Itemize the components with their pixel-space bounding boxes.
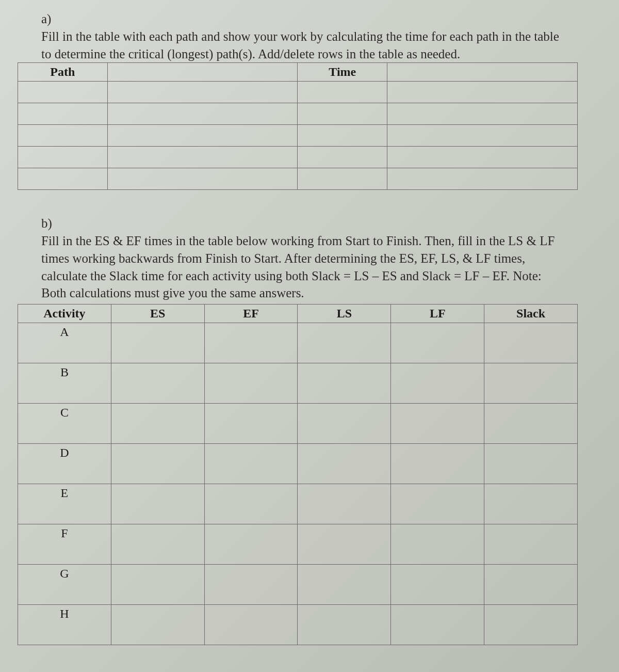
table-cell[interactable] [298, 323, 391, 363]
table-cell[interactable] [298, 363, 391, 404]
part-a-label: a) [41, 10, 55, 28]
table-cell[interactable] [18, 82, 108, 103]
activity-cell: F [18, 524, 111, 543]
table-cell[interactable] [387, 125, 578, 147]
table-cell[interactable] [18, 147, 108, 168]
table-header-row: Path Time [18, 63, 578, 82]
table-cell[interactable] [204, 444, 298, 484]
table-cell[interactable] [18, 422, 111, 444]
table-cell[interactable] [298, 103, 387, 125]
table-cell[interactable] [484, 404, 578, 444]
table-cell[interactable] [298, 404, 391, 444]
table-cell[interactable] [391, 404, 484, 444]
table-cell[interactable] [204, 524, 298, 565]
part-b-label: b) [41, 215, 55, 232]
table-cell[interactable] [204, 565, 298, 605]
table-cell[interactable] [298, 82, 387, 103]
table-cell[interactable] [18, 462, 111, 484]
table-cell[interactable] [298, 125, 387, 147]
activity-cell: D [18, 444, 111, 462]
table-row: G [18, 565, 578, 583]
table-cell[interactable] [18, 503, 111, 524]
activity-cell: A [18, 323, 111, 342]
table-cell[interactable] [484, 323, 578, 363]
table-header-row: Activity ES EF LS LF Slack [18, 305, 578, 323]
table-cell[interactable] [18, 583, 111, 605]
table-cell[interactable] [18, 543, 111, 565]
table-cell[interactable] [298, 147, 387, 168]
table-cell[interactable] [204, 323, 298, 363]
table-cell[interactable] [111, 605, 204, 645]
table-cell[interactable] [391, 605, 484, 645]
activity-body: ABCDEFGH [18, 323, 578, 645]
col-time-header: Time [298, 63, 387, 82]
table-cell[interactable] [298, 444, 391, 484]
table-row [18, 168, 578, 190]
table-cell[interactable] [484, 565, 578, 605]
table-cell[interactable] [391, 565, 484, 605]
table-cell[interactable] [111, 484, 204, 524]
table-cell[interactable] [204, 605, 298, 645]
table-cell[interactable] [484, 605, 578, 645]
path-time-body [18, 82, 578, 190]
activity-cell: E [18, 484, 111, 503]
table-cell[interactable] [204, 404, 298, 444]
table-row [18, 82, 578, 103]
table-cell[interactable] [204, 363, 298, 404]
col-es: ES [111, 305, 204, 323]
table-cell[interactable] [484, 524, 578, 565]
table-row: F [18, 524, 578, 543]
table-cell[interactable] [391, 444, 484, 484]
table-row: B [18, 363, 578, 382]
table-cell[interactable] [298, 484, 391, 524]
table-cell[interactable] [387, 168, 578, 190]
col-time-value-header [387, 63, 578, 82]
table-cell[interactable] [111, 524, 204, 565]
table-cell[interactable] [387, 103, 578, 125]
table-cell[interactable] [111, 363, 204, 404]
table-cell[interactable] [111, 323, 204, 363]
table-cell[interactable] [387, 147, 578, 168]
table-cell[interactable] [107, 168, 298, 190]
table-cell[interactable] [107, 147, 298, 168]
table-row: C [18, 404, 578, 422]
table-cell[interactable] [391, 323, 484, 363]
col-ef: EF [204, 305, 298, 323]
table-row [18, 125, 578, 147]
table-cell[interactable] [18, 103, 108, 125]
table-cell[interactable] [391, 484, 484, 524]
table-cell[interactable] [18, 382, 111, 404]
table-cell[interactable] [298, 524, 391, 565]
part-b-text: Fill in the ES & EF times in the table b… [41, 232, 562, 302]
table-cell[interactable] [111, 404, 204, 444]
table-cell[interactable] [107, 82, 298, 103]
table-cell[interactable] [18, 168, 108, 190]
table-cell[interactable] [111, 565, 204, 605]
table-cell[interactable] [484, 444, 578, 484]
table-row [18, 103, 578, 125]
table-row: A [18, 323, 578, 342]
activity-cell: B [18, 363, 111, 382]
table-cell[interactable] [204, 484, 298, 524]
table-cell[interactable] [298, 605, 391, 645]
table-cell[interactable] [18, 342, 111, 363]
table-cell[interactable] [391, 363, 484, 404]
table-cell[interactable] [111, 444, 204, 484]
table-cell[interactable] [484, 484, 578, 524]
table-cell[interactable] [298, 168, 387, 190]
table-cell[interactable] [18, 125, 108, 147]
table-cell[interactable] [107, 125, 298, 147]
table-cell[interactable] [484, 363, 578, 404]
table-row [18, 147, 578, 168]
col-path-header: Path [18, 63, 108, 82]
table-cell[interactable] [391, 524, 484, 565]
table-row: E [18, 484, 578, 503]
part-b-instruction: b) Fill in the ES & EF times in the tabl… [41, 215, 578, 302]
table-cell[interactable] [18, 623, 111, 645]
col-ls: LS [298, 305, 391, 323]
col-activity: Activity [18, 305, 111, 323]
activity-cell: C [18, 404, 111, 422]
table-cell[interactable] [387, 82, 578, 103]
table-cell[interactable] [107, 103, 298, 125]
table-cell[interactable] [298, 565, 391, 605]
